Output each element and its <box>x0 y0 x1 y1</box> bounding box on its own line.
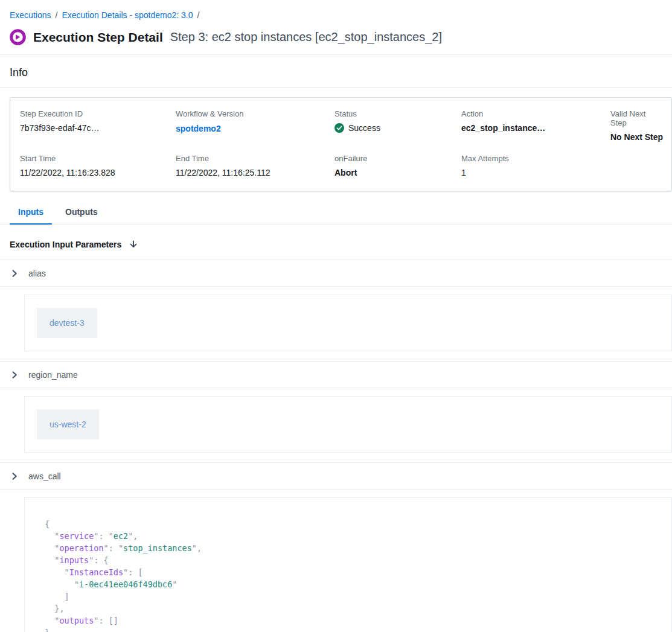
field-label: Start Time <box>20 154 176 163</box>
success-check-icon <box>334 123 344 133</box>
field-value: Abort <box>334 168 461 177</box>
section-toggle-alias[interactable]: alias <box>0 260 672 287</box>
breadcrumb-link-executions[interactable]: Executions <box>10 10 51 20</box>
region-name-value-chip[interactable]: us-west-2 <box>37 409 99 439</box>
field-value: 7b73f93e-edaf-47c… <box>20 123 176 133</box>
field-end-time: End Time 11/22/2022, 11:16:25.112 <box>176 154 334 177</box>
field-label: onFailure <box>334 154 461 163</box>
param-section-alias: alias devtest-3 <box>0 260 672 362</box>
section-content-alias: devtest-3 <box>24 295 672 351</box>
field-onfailure: onFailure Abort <box>334 154 461 177</box>
param-section-aws-call: aws_call { "service": "ec2", "operation"… <box>0 463 672 632</box>
field-value: No Next Step <box>610 132 663 142</box>
chevron-right-icon <box>10 471 19 481</box>
page-header: Execution Step Detail Step 3: ec2 stop i… <box>0 20 672 55</box>
chevron-right-icon <box>10 370 19 380</box>
breadcrumb-separator: / <box>197 10 200 20</box>
field-label: Workflow & Version <box>176 109 334 118</box>
section-label-aws-call: aws_call <box>28 471 61 481</box>
field-start-time: Start Time 11/22/2022, 11:16:23.828 <box>20 154 176 177</box>
status-badge: Success <box>334 123 461 133</box>
tab-inputs[interactable]: Inputs <box>10 200 52 225</box>
page-title: Execution Step Detail <box>33 30 163 45</box>
json-code: { "service": "ec2", "operation": "stop_i… <box>45 518 659 632</box>
field-label: End Time <box>176 154 334 163</box>
section-toggle-region-name[interactable]: region_name <box>0 362 672 388</box>
section-content-aws-call: { "service": "ec2", "operation": "stop_i… <box>24 497 672 632</box>
section-content-region-name: us-west-2 <box>24 396 672 453</box>
workflow-link[interactable]: spotdemo2 <box>176 124 221 133</box>
download-icon <box>129 240 138 249</box>
field-label: Step Execution ID <box>20 109 176 118</box>
page-subtitle: Step 3: ec2 stop instances [ec2_stop_ins… <box>170 30 442 44</box>
field-value: ec2_stop_instance… <box>461 123 610 133</box>
info-card: Step Execution ID 7b73f93e-edaf-47c… Wor… <box>10 97 672 191</box>
field-label: Max Attempts <box>461 154 610 163</box>
status-text: Success <box>348 123 380 133</box>
alias-value-chip[interactable]: devtest-3 <box>37 308 97 338</box>
field-value: 11/22/2022, 11:16:23.828 <box>20 168 176 177</box>
chevron-right-icon <box>10 269 19 278</box>
breadcrumb-separator: / <box>55 10 57 20</box>
field-label: Valid Next Step <box>610 109 663 127</box>
field-label: Action <box>461 109 610 118</box>
param-section-region-name: region_name us-west-2 <box>0 362 672 463</box>
field-action: Action ec2_stop_instance… <box>461 109 610 142</box>
field-value: 1 <box>461 168 610 177</box>
field-valid-next-step: Valid Next Step No Next Step <box>610 109 663 142</box>
execution-input-parameters-header: Execution Input Parameters <box>0 225 672 260</box>
breadcrumb-link-execution-details[interactable]: Execution Details - spotdemo2: 3.0 <box>62 10 193 20</box>
breadcrumb: Executions/Execution Details - spotdemo2… <box>0 0 672 20</box>
field-value: 11/22/2022, 11:16:25.112 <box>176 168 334 177</box>
field-status: Status Success <box>334 109 461 142</box>
field-max-attempts: Max Attempts 1 <box>461 154 610 177</box>
field-label: Status <box>334 109 461 118</box>
tab-outputs[interactable]: Outputs <box>57 200 106 225</box>
section-label-alias: alias <box>28 269 46 278</box>
section-label-region-name: region_name <box>28 370 78 380</box>
field-workflow-version: Workflow & Version spotdemo2 <box>176 109 334 142</box>
tab-bar: Inputs Outputs <box>0 200 672 225</box>
info-section-title: Info <box>0 55 672 88</box>
app-logo-icon <box>10 29 26 45</box>
download-button[interactable] <box>129 240 138 249</box>
section-toggle-aws-call[interactable]: aws_call <box>0 463 672 490</box>
field-step-execution-id: Step Execution ID 7b73f93e-edaf-47c… <box>20 109 176 142</box>
params-title: Execution Input Parameters <box>10 240 121 249</box>
